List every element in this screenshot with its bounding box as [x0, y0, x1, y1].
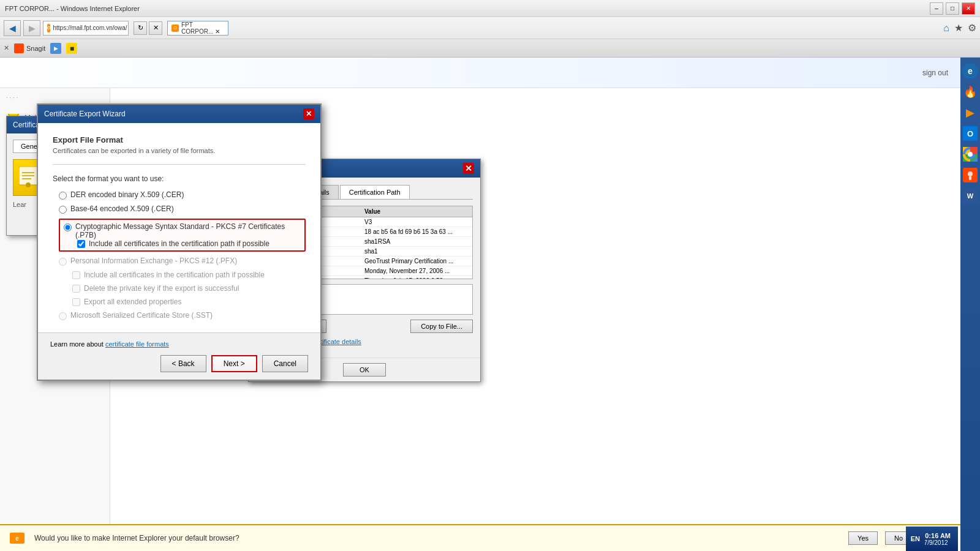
outlook-icon: O	[963, 126, 978, 141]
ie-outlook-btn[interactable]: O	[962, 125, 979, 142]
pkcs12-sub2: Delete the private key if the export is …	[72, 284, 306, 293]
ie-logo-btn[interactable]: e	[962, 62, 979, 80]
notif-ie-icon: e	[10, 533, 24, 544]
snagit-logo	[14, 43, 24, 53]
wizard-section-title: Export File Format	[53, 135, 306, 144]
ie-chrome-btn[interactable]	[962, 146, 979, 163]
format-pkcs7-group: Cryptographic Message Syntax Standard - …	[59, 219, 306, 252]
ie-paint-btn[interactable]	[962, 167, 979, 184]
format-base64-option[interactable]: Base-64 encoded X.509 (.CER)	[59, 204, 306, 214]
browser-frame: FPT CORPOR... - Windows Internet Explore…	[0, 0, 980, 551]
export-wizard-dialog: Certificate Export Wizard ✕ Export File …	[37, 103, 322, 381]
format-pkcs7-option[interactable]: Cryptographic Message Syntax Standard - …	[64, 222, 301, 239]
favorites-button[interactable]: ★	[954, 22, 963, 34]
wizard-divider	[53, 164, 306, 165]
x-button[interactable]: ✕	[4, 44, 9, 52]
refresh-button[interactable]: ↻	[134, 21, 147, 35]
pkcs7-include-checkbox[interactable]	[77, 240, 85, 248]
ie-play-btn[interactable]: ▶	[962, 104, 979, 121]
snagit-extra-icon: ▶	[54, 45, 58, 51]
wizard-select-label: Select the format you want to use:	[53, 174, 306, 183]
wizard-buttons: < Back Next > Cancel	[50, 355, 308, 372]
tab-area: O FPT CORPOR... ✕	[167, 21, 228, 36]
address-text: https://mail.fpt.com.vn/owa/	[53, 24, 127, 31]
base64-label: Base-64 encoded X.509 (.CER)	[70, 204, 174, 213]
nav-toolbar: ◀ ▶ O https://mail.fpt.com.vn/owa/ ↻ ✕ O…	[0, 17, 980, 39]
format-pkcs12-option: Personal Information Exchange - PKCS #12…	[59, 257, 306, 266]
snagit-extra-btn2[interactable]: ◼	[66, 43, 77, 54]
minimize-button[interactable]: –	[930, 2, 943, 15]
paint-icon	[963, 168, 978, 182]
copy-to-file-button[interactable]: Copy to File...	[410, 320, 473, 333]
tab-favicon: O	[172, 24, 179, 32]
home-button[interactable]: ⌂	[943, 23, 949, 34]
wizard-titlebar: Certificate Export Wizard ✕	[38, 105, 320, 123]
pkcs7-suboption: Include all certificates in the certific…	[77, 239, 301, 248]
notification-yes-button[interactable]: Yes	[848, 531, 878, 545]
stop-button[interactable]: ✕	[149, 21, 162, 35]
active-tab[interactable]: FPT CORPOR... ✕	[181, 21, 224, 35]
title-bar: FPT CORPOR... - Windows Internet Explore…	[0, 0, 980, 17]
ie-word-btn[interactable]: W	[962, 187, 979, 204]
title-bar-controls: – □ ✕	[930, 2, 975, 15]
sst-radio	[59, 312, 67, 320]
lang-indicator: EN	[906, 527, 925, 551]
der-radio[interactable]	[59, 192, 67, 200]
sst-label: Microsoft Serialized Certificate Store (…	[70, 311, 213, 320]
tools-button[interactable]: ⚙	[968, 22, 976, 34]
cert-formats-link[interactable]: certificate file formats	[105, 340, 169, 348]
cert-props-ok-button[interactable]: OK	[343, 363, 386, 377]
clock-date: 7/9/2012	[924, 539, 948, 546]
pkcs12-label: Personal Information Exchange - PKCS #12…	[70, 257, 237, 265]
snagit-extra-icon2: ◼	[70, 45, 74, 51]
svg-point-8	[968, 171, 973, 176]
cert-props-close-button[interactable]: ✕	[463, 163, 474, 174]
second-toolbar: ✕ Snagit ▶ ◼	[0, 39, 980, 58]
pkcs12-include-checkbox	[72, 271, 80, 279]
svg-point-11	[26, 182, 31, 187]
notification-text: Would you like to make Internet Explorer…	[34, 534, 841, 542]
base64-radio[interactable]	[59, 206, 67, 214]
pkcs7-include-label: Include all certificates in the certific…	[89, 239, 270, 248]
format-der-option[interactable]: DER encoded binary X.509 (.CER)	[59, 190, 306, 200]
ie-fire-btn[interactable]: 🔥	[962, 83, 979, 100]
wizard-body: Export File Format Certificates can be e…	[38, 123, 320, 332]
ie-logo: e	[962, 63, 978, 79]
snagit-extra-btn[interactable]: ▶	[50, 43, 61, 54]
pkcs12-delete-checkbox	[72, 285, 80, 293]
svg-rect-9	[969, 176, 971, 180]
wizard-title: Certificate Export Wizard	[44, 110, 126, 118]
pkcs7-label: Cryptographic Message Syntax Standard - …	[75, 222, 301, 239]
pkcs12-sub3: Export all extended properties	[72, 298, 306, 306]
wizard-footer: Learn more about certificate file format…	[38, 332, 320, 380]
main-area: sign out · · · · Mail Calend	[0, 58, 980, 551]
fire-icon: 🔥	[963, 85, 977, 99]
back-button[interactable]: ◀	[4, 20, 21, 36]
maximize-button[interactable]: □	[946, 2, 959, 15]
format-sst-option: Microsoft Serialized Certificate Store (…	[59, 311, 306, 320]
pkcs12-export-checkbox	[72, 298, 80, 306]
forward-button[interactable]: ▶	[23, 20, 40, 36]
close-button[interactable]: ✕	[962, 2, 975, 15]
cert-props-tab-cert-path[interactable]: Certification Path	[340, 185, 410, 199]
wizard-desc: Certificates can be exported in a variet…	[53, 147, 306, 154]
ie-notification-bar: e Would you like to make Internet Explor…	[0, 524, 960, 551]
next-button[interactable]: Next >	[211, 355, 257, 372]
svg-point-7	[968, 152, 973, 157]
ie-sidebar: e 🔥 ▶ O	[960, 58, 980, 551]
back-button[interactable]: < Back	[160, 355, 206, 372]
address-bar[interactable]: O https://mail.fpt.com.vn/owa/	[43, 21, 129, 36]
wizard-close-button[interactable]: ✕	[303, 108, 314, 119]
cancel-button[interactable]: Cancel	[262, 355, 308, 372]
favicon: O	[47, 24, 50, 32]
pkcs7-radio[interactable]	[64, 223, 72, 231]
pkcs12-sub1: Include all certificates in the certific…	[72, 271, 306, 279]
clock-time: 10:16 AM	[921, 532, 951, 539]
der-label: DER encoded binary X.509 (.CER)	[70, 190, 184, 199]
sign-out-link[interactable]: sign out	[922, 69, 948, 77]
chrome-icon	[963, 147, 978, 162]
snagit-button[interactable]: Snagit	[14, 43, 45, 53]
wizard-learn: Learn more about certificate file format…	[50, 340, 308, 348]
play-icon: ▶	[966, 106, 974, 119]
address-actions: ↻ ✕	[134, 21, 162, 35]
